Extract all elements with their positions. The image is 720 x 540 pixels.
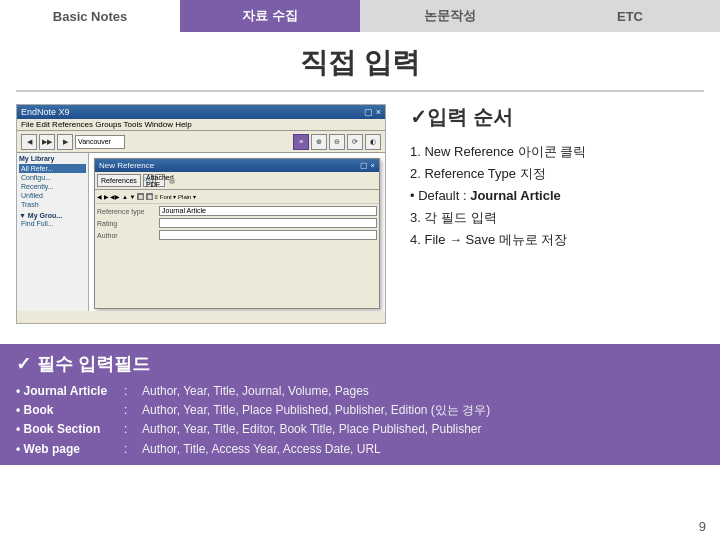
page-title: 직접 입력 bbox=[0, 32, 720, 90]
field-name-journal: • Journal Article bbox=[16, 382, 116, 401]
sidebar-trash[interactable]: Trash bbox=[19, 200, 86, 209]
divider bbox=[16, 90, 704, 92]
rating-label: Rating bbox=[97, 220, 157, 227]
main-content: EndNote X9 ▢ × File Edit References Grou… bbox=[0, 104, 720, 334]
bottom-check-icon: ✓ bbox=[16, 353, 31, 375]
step-4: 4. File → Save 메뉴로 저장 bbox=[410, 229, 696, 251]
endnote-toolbar: ◀ ▶▶ ▶ ≡ ⊕ ⊖ ⟳ ◐ bbox=[17, 131, 385, 153]
step-1: 1. New Reference 아이콘 클릭 bbox=[410, 141, 696, 163]
field-table: • Journal Article : Author, Year, Title,… bbox=[16, 382, 704, 459]
step-list: 1. New Reference 아이콘 클릭 2. Reference Typ… bbox=[410, 141, 696, 251]
toolbar-btn2[interactable]: ⊕ bbox=[311, 134, 327, 150]
endnote-main-area: New Reference ▢ × References 📎 Attached … bbox=[89, 153, 385, 311]
field-value-booksection: Author, Year, Title, Editor, Book Title,… bbox=[142, 420, 482, 439]
toolbar-style-input[interactable] bbox=[75, 135, 125, 149]
step-default: • Default : Journal Article bbox=[410, 185, 696, 207]
field-value-book: Author, Year, Title, Place Published, Pu… bbox=[142, 401, 490, 420]
field-row-journal: • Journal Article : Author, Year, Title,… bbox=[16, 382, 704, 401]
sidebar-configured[interactable]: Configu... bbox=[19, 173, 86, 182]
ref-type-row: Reference type Journal Article bbox=[97, 206, 377, 216]
tab-basic-notes[interactable]: Basic Notes bbox=[0, 0, 180, 32]
field-name-book: • Book bbox=[16, 401, 116, 420]
step-3: 3. 각 필드 입력 bbox=[410, 207, 696, 229]
rating-row: Rating bbox=[97, 218, 377, 228]
step-4-text: 4. File → Save 메뉴로 저장 bbox=[410, 232, 567, 247]
bottom-title-text: 필수 입력필드 bbox=[37, 352, 150, 376]
endnote-body: My Library All Refer... Configu... Recen… bbox=[17, 153, 385, 311]
field-colon-booksection: : bbox=[124, 420, 134, 439]
dialog-toolbar-ref[interactable]: References bbox=[97, 174, 141, 187]
bottom-title: ✓ 필수 입력필드 bbox=[16, 352, 704, 376]
dialog-body: Reference type Journal Article Rating Au… bbox=[95, 204, 379, 244]
toolbar-back-btn[interactable]: ◀ bbox=[21, 134, 37, 150]
bottom-section: ✓ 필수 입력필드 • Journal Article : Author, Ye… bbox=[0, 344, 720, 465]
step-default-text: • Default : Journal Article bbox=[410, 188, 561, 203]
field-value-journal: Author, Year, Title, Journal, Volume, Pa… bbox=[142, 382, 369, 401]
text-content: ✓입력 순서 1. New Reference 아이콘 클릭 2. Refere… bbox=[402, 104, 704, 334]
endnote-title: EndNote X9 bbox=[21, 107, 70, 117]
field-colon-webpage: : bbox=[124, 440, 134, 459]
toolbar-fwd2-btn[interactable]: ▶ bbox=[57, 134, 73, 150]
field-value-webpage: Author, Title, Access Year, Access Date,… bbox=[142, 440, 381, 459]
author-label: Author bbox=[97, 232, 157, 239]
dialog-format-toolbar: ◀ ▶ ◀▶ ▲ ▼ 🔲 🔲 ≡ Font ▾ Plain ▾ bbox=[95, 190, 379, 204]
endnote-sidebar: My Library All Refer... Configu... Recen… bbox=[17, 153, 89, 311]
dialog-window-controls: ▢ × bbox=[360, 161, 375, 170]
field-colon-book: : bbox=[124, 401, 134, 420]
field-colon-journal: : bbox=[124, 382, 134, 401]
tab-jaryosujip[interactable]: 자료 수집 bbox=[180, 0, 360, 32]
field-row-booksection: • Book Section : Author, Year, Title, Ed… bbox=[16, 420, 704, 439]
ref-type-label: Reference type bbox=[97, 208, 157, 215]
tab-nonjak-label: 논문작성 bbox=[424, 7, 476, 25]
my-library-label: My Library bbox=[19, 155, 86, 162]
endnote-window-controls: ▢ × bbox=[364, 107, 381, 117]
sidebar-unfiled[interactable]: Unfiled bbox=[19, 191, 86, 200]
ref-type-value[interactable]: Journal Article bbox=[159, 206, 377, 216]
endnote-menubar: File Edit References Groups Tools Window… bbox=[17, 119, 385, 131]
step-1-text: 1. New Reference 아이콘 클릭 bbox=[410, 144, 586, 159]
checklist-title: ✓입력 순서 bbox=[410, 104, 696, 131]
sidebar-all-refs[interactable]: All Refer... bbox=[19, 164, 86, 173]
step-2: 2. Reference Type 지정 bbox=[410, 163, 696, 185]
toolbar-btn5[interactable]: ◐ bbox=[365, 134, 381, 150]
endnote-screenshot: EndNote X9 ▢ × File Edit References Grou… bbox=[16, 104, 386, 324]
tab-basic-label: Basic Notes bbox=[53, 9, 127, 24]
dialog-toolbar: References 📎 Attached PDF bbox=[95, 172, 379, 190]
endnote-titlebar: EndNote X9 ▢ × bbox=[17, 105, 385, 119]
dialog-toolbar-dot bbox=[169, 178, 175, 184]
author-row: Author bbox=[97, 230, 377, 240]
field-name-webpage: • Web page bbox=[16, 440, 116, 459]
format-icons: ◀ ▶ ◀▶ ▲ ▼ 🔲 🔲 ≡ Font ▾ Plain ▾ bbox=[97, 193, 196, 200]
endnote-menu-text: File Edit References Groups Tools Window… bbox=[21, 120, 192, 129]
dialog-titlebar: New Reference ▢ × bbox=[95, 159, 379, 172]
toolbar-btn4[interactable]: ⟳ bbox=[347, 134, 363, 150]
dialog-title-text: New Reference bbox=[99, 161, 154, 170]
tab-nonjak[interactable]: 논문작성 bbox=[360, 0, 540, 32]
header-tabs: Basic Notes 자료 수집 논문작성 ETC bbox=[0, 0, 720, 32]
field-name-booksection: • Book Section bbox=[16, 420, 116, 439]
dialog-toolbar-attach[interactable]: Attached PDF bbox=[155, 174, 165, 187]
tab-etc-label: ETC bbox=[617, 9, 643, 24]
step-2-text: 2. Reference Type 지정 bbox=[410, 166, 546, 181]
new-reference-btn[interactable]: ≡ bbox=[293, 134, 309, 150]
page-number: 9 bbox=[699, 519, 706, 534]
endnote-ui: EndNote X9 ▢ × File Edit References Grou… bbox=[17, 105, 385, 323]
rating-value[interactable] bbox=[159, 218, 377, 228]
tab-etc[interactable]: ETC bbox=[540, 0, 720, 32]
sidebar-recently[interactable]: Recently... bbox=[19, 182, 86, 191]
new-reference-dialog: New Reference ▢ × References 📎 Attached … bbox=[94, 158, 380, 309]
my-groups-label: ▼ My Grou... bbox=[19, 212, 86, 219]
author-value[interactable] bbox=[159, 230, 377, 240]
sidebar-find-full[interactable]: Find Full... bbox=[19, 219, 86, 228]
tab-jaryosujip-label: 자료 수집 bbox=[242, 7, 298, 25]
step-3-text: 3. 각 필드 입력 bbox=[410, 210, 497, 225]
field-row-book: • Book : Author, Year, Title, Place Publ… bbox=[16, 401, 704, 420]
field-row-webpage: • Web page : Author, Title, Access Year,… bbox=[16, 440, 704, 459]
toolbar-fwd-btn[interactable]: ▶▶ bbox=[39, 134, 55, 150]
toolbar-btn3[interactable]: ⊖ bbox=[329, 134, 345, 150]
